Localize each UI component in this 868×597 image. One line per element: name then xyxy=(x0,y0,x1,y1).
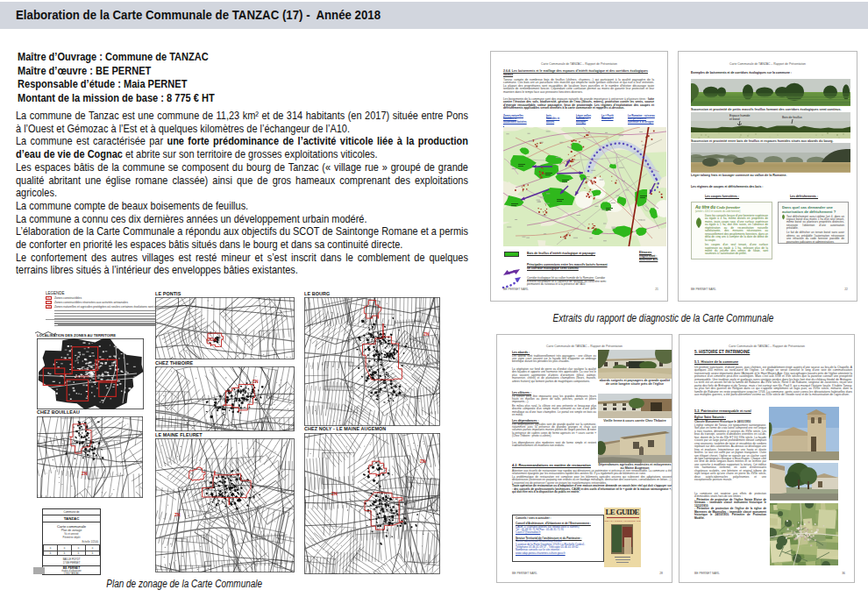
svg-text:ZN: ZN xyxy=(174,512,181,517)
svg-text:ZN: ZN xyxy=(253,379,259,384)
svg-text:LE MAINE: LE MAINE xyxy=(75,375,90,379)
svg-text:et boisé: et boisé xyxy=(729,117,740,121)
svg-text:ZN: ZN xyxy=(420,458,426,464)
svg-text:D E L A M A I S O N S A I N: D E L A M A I S O N S A I N T O N G E A … xyxy=(605,520,641,522)
svg-text:ZDa: ZDa xyxy=(208,337,217,342)
svg-text:LE GUIDE: LE GUIDE xyxy=(606,508,640,516)
svg-text:ZN: ZN xyxy=(331,491,338,496)
svg-text:ZN: ZN xyxy=(82,471,88,476)
svg-text:Bois de feuillus: Bois de feuillus xyxy=(782,116,802,119)
svg-text:ZN: ZN xyxy=(423,331,430,337)
